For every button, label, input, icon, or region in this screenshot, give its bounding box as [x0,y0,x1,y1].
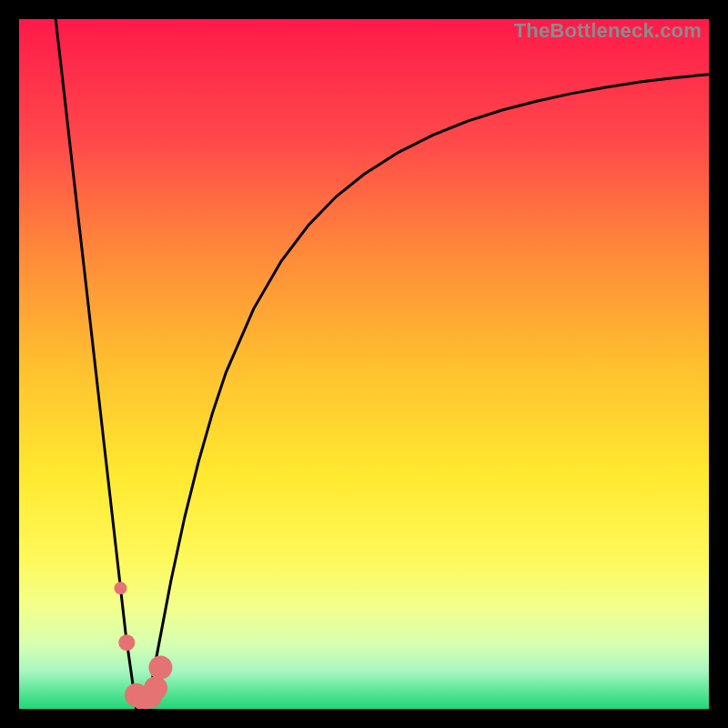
marker-dot [148,656,172,680]
chart-frame: TheBottleneck.com [0,0,728,728]
plot-area: TheBottleneck.com [19,19,709,709]
curve-left-branch [56,19,136,709]
marker-dot [144,676,167,700]
curve-right-branch [147,75,709,709]
marker-dot [118,634,135,651]
curve-layer [19,19,709,709]
marker-dot [114,581,126,594]
